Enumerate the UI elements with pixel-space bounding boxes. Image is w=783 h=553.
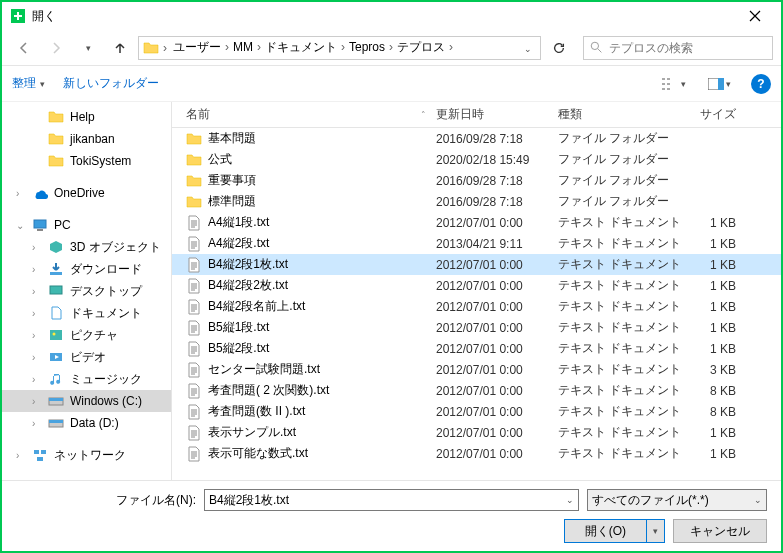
tree-item[interactable]: ›Windows (C:) xyxy=(2,390,171,412)
tree-item[interactable]: Help xyxy=(2,106,171,128)
new-folder-button[interactable]: 新しいフォルダー xyxy=(63,75,159,92)
navigation-tree[interactable]: HelpjikanbanTokiSystem›OneDrive⌄PC›3D オブ… xyxy=(2,102,172,480)
tree-item[interactable]: ›ビデオ xyxy=(2,346,171,368)
file-row[interactable]: 表示サンプル.txt2012/07/01 0:00テキスト ドキュメント1 KB xyxy=(172,422,781,443)
file-row[interactable]: 考査問題(数 II ).txt2012/07/01 0:00テキスト ドキュメン… xyxy=(172,401,781,422)
file-row[interactable]: B5縦1段.txt2012/07/01 0:00テキスト ドキュメント1 KB xyxy=(172,317,781,338)
expand-icon[interactable]: › xyxy=(16,188,19,199)
organize-menu[interactable]: 整理 xyxy=(12,75,45,92)
file-row[interactable]: 重要事項2016/09/28 7:18ファイル フォルダー xyxy=(172,170,781,191)
file-row[interactable]: 標準問題2016/09/28 7:18ファイル フォルダー xyxy=(172,191,781,212)
breadcrumb-segment[interactable]: MM xyxy=(231,40,255,54)
expand-icon[interactable]: › xyxy=(32,330,35,341)
open-button[interactable]: 開く(O) ▾ xyxy=(564,519,665,543)
expand-icon[interactable]: › xyxy=(32,308,35,319)
file-row[interactable]: A4縦1段.txt2012/07/01 0:00テキスト ドキュメント1 KB xyxy=(172,212,781,233)
address-dropdown[interactable]: ⌄ xyxy=(520,41,536,55)
breadcrumb-segment[interactable]: ユーザー xyxy=(171,40,223,54)
tree-item[interactable]: ›ミュージック xyxy=(2,368,171,390)
file-row[interactable]: 考査問題( 2 次関数).txt2012/07/01 0:00テキスト ドキュメ… xyxy=(172,380,781,401)
search-box[interactable] xyxy=(583,36,773,60)
svg-point-13 xyxy=(591,42,598,49)
expand-icon[interactable]: ⌄ xyxy=(16,220,24,231)
file-row[interactable]: B4縦2段名前上.txt2012/07/01 0:00テキスト ドキュメント1 … xyxy=(172,296,781,317)
expand-icon[interactable]: › xyxy=(32,396,35,407)
file-name: B5縦2段.txt xyxy=(208,340,436,357)
file-row[interactable]: B4縦2段1枚.txt2012/07/01 0:00テキスト ドキュメント1 K… xyxy=(172,254,781,275)
file-row[interactable]: 基本問題2016/09/28 7:18ファイル フォルダー xyxy=(172,128,781,149)
close-button[interactable] xyxy=(733,3,777,29)
forward-button[interactable] xyxy=(42,34,70,62)
txt-icon xyxy=(186,257,202,273)
file-type: テキスト ドキュメント xyxy=(558,424,686,441)
column-type[interactable]: 種類 xyxy=(558,106,686,123)
expand-icon[interactable]: › xyxy=(16,450,19,461)
filename-input[interactable] xyxy=(209,493,566,507)
search-input[interactable] xyxy=(609,41,766,55)
breadcrumb-segment[interactable]: Tepros xyxy=(347,40,387,54)
tree-item[interactable]: ›3D オブジェクト xyxy=(2,236,171,258)
tree-item[interactable]: ›ドキュメント xyxy=(2,302,171,324)
documents-icon xyxy=(48,305,64,321)
breadcrumb-segment[interactable]: テプロス xyxy=(395,40,447,54)
file-name: 表示可能な数式.txt xyxy=(208,445,436,462)
file-list[interactable]: 基本問題2016/09/28 7:18ファイル フォルダー公式2020/02/1… xyxy=(172,128,781,480)
onedrive-icon xyxy=(32,185,48,201)
tree-item[interactable]: jikanban xyxy=(2,128,171,150)
recent-button[interactable]: ▾ xyxy=(74,34,102,62)
tree-item[interactable]: ›Data (D:) xyxy=(2,412,171,434)
file-row[interactable]: センター試験問題.txt2012/07/01 0:00テキスト ドキュメント3 … xyxy=(172,359,781,380)
chevron-right-icon: › xyxy=(387,40,395,54)
expand-icon[interactable]: › xyxy=(32,352,35,363)
file-row[interactable]: 表示可能な数式.txt2012/07/01 0:00テキスト ドキュメント1 K… xyxy=(172,443,781,464)
tree-item-label: ダウンロード xyxy=(70,261,142,278)
tree-item[interactable]: ›OneDrive xyxy=(2,182,171,204)
txt-icon xyxy=(186,383,202,399)
file-size: 3 KB xyxy=(686,363,746,377)
expand-icon[interactable]: › xyxy=(32,264,35,275)
view-options-button[interactable]: ▾ xyxy=(659,72,687,96)
expand-icon[interactable]: › xyxy=(32,418,35,429)
column-size[interactable]: サイズ xyxy=(686,106,746,123)
folder-icon xyxy=(186,194,202,210)
file-row[interactable]: B5縦2段.txt2012/07/01 0:00テキスト ドキュメント1 KB xyxy=(172,338,781,359)
filename-label: ファイル名(N): xyxy=(16,492,196,509)
file-row[interactable]: A4縦2段.txt2013/04/21 9:11テキスト ドキュメント1 KB xyxy=(172,233,781,254)
file-size: 1 KB xyxy=(686,426,746,440)
tree-item[interactable]: TokiSystem xyxy=(2,150,171,172)
file-row[interactable]: B4縦2段2枚.txt2012/07/01 0:00テキスト ドキュメント1 K… xyxy=(172,275,781,296)
expand-icon[interactable]: › xyxy=(32,242,35,253)
help-button[interactable]: ? xyxy=(751,74,771,94)
back-button[interactable] xyxy=(10,34,38,62)
column-date[interactable]: 更新日時 xyxy=(436,106,558,123)
file-size: 1 KB xyxy=(686,279,746,293)
chevron-right-icon: › xyxy=(447,40,455,54)
expand-icon[interactable]: › xyxy=(32,374,35,385)
folder-icon xyxy=(48,131,64,147)
up-button[interactable] xyxy=(106,34,134,62)
expand-icon[interactable]: › xyxy=(32,286,35,297)
breadcrumb-segment[interactable]: ドキュメント xyxy=(263,40,339,54)
file-row[interactable]: 公式2020/02/18 15:49ファイル フォルダー xyxy=(172,149,781,170)
file-date: 2012/07/01 0:00 xyxy=(436,426,558,440)
file-size: 1 KB xyxy=(686,258,746,272)
cancel-button[interactable]: キャンセル xyxy=(673,519,767,543)
tree-item[interactable]: ⌄PC xyxy=(2,214,171,236)
filename-combo[interactable]: ⌄ xyxy=(204,489,579,511)
file-type-filter[interactable]: すべてのファイル(*.*) ⌄ xyxy=(587,489,767,511)
refresh-button[interactable] xyxy=(545,36,573,60)
file-type: ファイル フォルダー xyxy=(558,130,686,147)
tree-item[interactable]: ›ダウンロード xyxy=(2,258,171,280)
file-date: 2012/07/01 0:00 xyxy=(436,384,558,398)
open-dropdown[interactable]: ▾ xyxy=(646,520,664,542)
tree-item[interactable]: ›ピクチャ xyxy=(2,324,171,346)
column-headers[interactable]: 名前˄ 更新日時 種類 サイズ xyxy=(172,102,781,128)
column-name[interactable]: 名前˄ xyxy=(186,106,436,123)
txt-icon xyxy=(186,320,202,336)
tree-item[interactable]: ›デスクトップ xyxy=(2,280,171,302)
address-bar[interactable]: › ユーザー›MM›ドキュメント›Tepros›テプロス› ⌄ xyxy=(138,36,541,60)
tree-item[interactable]: ›ネットワーク xyxy=(2,444,171,466)
chevron-down-icon[interactable]: ⌄ xyxy=(566,495,574,505)
file-name: 重要事項 xyxy=(208,172,436,189)
preview-pane-button[interactable]: ▾ xyxy=(705,72,733,96)
